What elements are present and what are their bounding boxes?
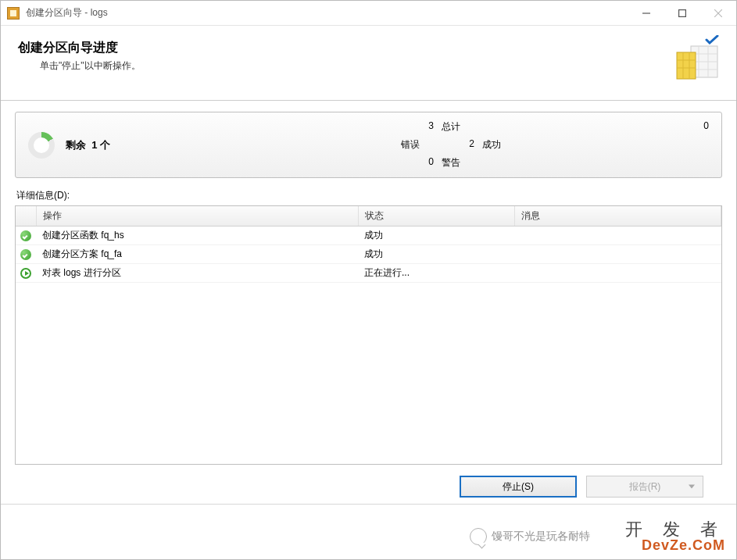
minimize-button[interactable] (628, 1, 664, 26)
success-count: 2 (442, 138, 474, 152)
report-button-label: 报告(R) (629, 480, 661, 494)
warning-label: 警告 (442, 156, 474, 169)
table-row[interactable]: 创建分区方案 fq_fa 成功 (16, 245, 721, 264)
col-message[interactable]: 消息 (514, 206, 721, 226)
wizard-content: 剩余 1 个 3 总计 0 错误 2 成功 0 警告 详细信息(D): 操作 (1, 101, 736, 510)
table-row[interactable]: 创建分区函数 fq_hs 成功 (16, 226, 721, 245)
stop-button[interactable]: 停止(S) (460, 476, 577, 498)
stop-button-label: 停止(S) (503, 480, 534, 494)
page-subtitle: 单击"停止"以中断操作。 (40, 59, 719, 73)
details-table-wrap[interactable]: 操作 状态 消息 创建分区函数 fq_hs 成功 创建分区方案 fq_fa 成功 (15, 205, 722, 465)
cell-status: 成功 (358, 226, 514, 245)
watermark-dev: 开 发 者 DevZe.CoM (625, 520, 725, 553)
success-icon (20, 249, 31, 260)
warning-count: 0 (401, 156, 434, 169)
window-title: 创建分区向导 - logs (26, 6, 108, 20)
titlebar: 创建分区向导 - logs (1, 1, 736, 26)
report-button: 报告(R) (586, 476, 703, 498)
footer-buttons: 停止(S) 报告(R) (15, 465, 722, 498)
cell-message (514, 264, 721, 283)
table-header-row: 操作 状态 消息 (16, 206, 721, 226)
cell-operation: 创建分区方案 fq_fa (36, 245, 358, 264)
svg-rect-10 (677, 52, 696, 79)
running-icon (20, 268, 31, 279)
wizard-header: 创建分区向导进度 单击"停止"以中断操作。 (1, 26, 736, 101)
cell-operation: 对表 logs 进行分区 (36, 264, 358, 283)
maximize-button[interactable] (664, 1, 700, 26)
svg-rect-1 (679, 9, 686, 16)
progress-summary: 剩余 1 个 3 总计 0 错误 2 成功 0 警告 (15, 112, 722, 178)
wizard-hero-icon (672, 35, 722, 85)
col-status[interactable]: 状态 (358, 206, 514, 226)
app-icon (7, 7, 20, 20)
error-label: 错误 (401, 138, 434, 152)
remaining-label: 剩余 1 个 (66, 138, 110, 152)
error-count: 0 (599, 120, 709, 134)
watermark-dev-line1: 开 发 者 (625, 520, 725, 538)
progress-spinner-icon (28, 132, 55, 159)
watermark-chat-text: 馒哥不光是玩各耐特 (492, 530, 590, 544)
watermark-dev-line2: DevZe.CoM (625, 538, 725, 553)
total-label: 总计 (442, 120, 474, 134)
cell-status: 正在进行... (358, 264, 514, 283)
col-operation[interactable]: 操作 (36, 206, 358, 226)
chevron-down-icon (689, 485, 695, 489)
close-button[interactable] (700, 1, 736, 26)
success-label: 成功 (482, 138, 592, 152)
stats-grid: 3 总计 0 错误 2 成功 0 警告 (401, 120, 709, 169)
cell-message (514, 226, 721, 245)
watermark-chat: 馒哥不光是玩各耐特 (470, 528, 590, 545)
details-table: 操作 状态 消息 创建分区函数 fq_hs 成功 创建分区方案 fq_fa 成功 (16, 206, 721, 283)
cell-message (514, 245, 721, 264)
table-row[interactable]: 对表 logs 进行分区 正在进行... (16, 264, 721, 283)
details-label: 详细信息(D): (16, 189, 722, 202)
wechat-icon (470, 528, 487, 545)
page-title: 创建分区向导进度 (18, 40, 719, 56)
total-count: 3 (401, 120, 434, 134)
separator (1, 504, 736, 505)
cell-status: 成功 (358, 245, 514, 264)
cell-operation: 创建分区函数 fq_hs (36, 226, 358, 245)
success-icon (20, 230, 31, 241)
